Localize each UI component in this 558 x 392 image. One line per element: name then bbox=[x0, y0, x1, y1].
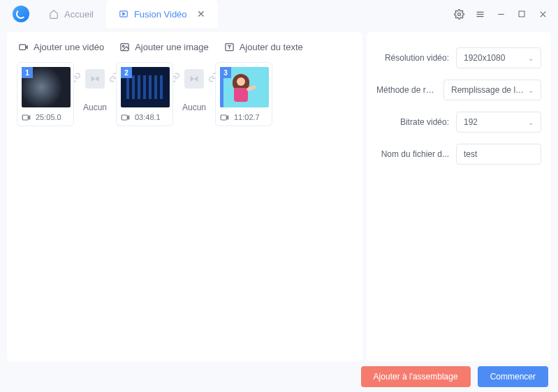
settings-button[interactable] bbox=[449, 4, 469, 24]
tab-merge[interactable]: Fusion Vidéo ✕ bbox=[106, 0, 218, 28]
chevron-down-icon: ⌄ bbox=[528, 119, 534, 126]
merge-icon bbox=[119, 9, 129, 19]
add-text-label: Ajouter du texte bbox=[240, 42, 303, 52]
text-add-icon bbox=[224, 42, 235, 52]
clip-index-badge: 3 bbox=[220, 67, 231, 78]
tab-merge-label: Fusion Vidéo bbox=[134, 9, 187, 20]
add-image-button[interactable]: Ajouter une image bbox=[119, 42, 209, 52]
resolution-label: Résolution vidéo: bbox=[376, 53, 449, 63]
close-icon[interactable]: ✕ bbox=[197, 8, 205, 20]
svg-point-11 bbox=[123, 45, 125, 47]
fill-label: Méthode de rem... bbox=[376, 85, 436, 95]
tab-strip: Accueil Fusion Vidéo ✕ bbox=[36, 0, 449, 28]
setting-fill: Méthode de rem... Remplissage de la bord… bbox=[376, 80, 541, 100]
left-panel: Ajouter une vidéo Ajouter une image Ajou… bbox=[7, 32, 362, 361]
titlebar: Accueil Fusion Vidéo ✕ bbox=[0, 0, 558, 28]
gear-icon bbox=[454, 9, 464, 20]
bitrate-label: Bitrate vidéo: bbox=[376, 117, 449, 127]
clip-duration: 25:05.0 bbox=[36, 113, 61, 121]
clip-thumbnail: 3 bbox=[220, 67, 269, 107]
fill-select[interactable]: Remplissage de la bord ⌄ bbox=[443, 80, 541, 100]
setting-filename: Nom du fichier d... test bbox=[376, 144, 541, 165]
resolution-value: 1920x1080 bbox=[464, 53, 505, 63]
add-video-button[interactable]: Ajouter une vidéo bbox=[18, 42, 104, 52]
tab-home-label: Accueil bbox=[64, 9, 94, 20]
camera-icon bbox=[220, 114, 230, 121]
clip-index-badge: 1 bbox=[22, 67, 33, 78]
fill-value: Remplissage de la bord bbox=[451, 85, 528, 95]
close-window-button[interactable] bbox=[533, 4, 552, 24]
transition-slot-2: Aucun bbox=[177, 62, 211, 112]
workspace: Ajouter une vidéo Ajouter une image Ajou… bbox=[0, 28, 558, 361]
svg-rect-15 bbox=[221, 115, 226, 120]
setting-bitrate: Bitrate vidéo: 192 ⌄ bbox=[376, 112, 541, 133]
filename-input[interactable]: test bbox=[456, 144, 541, 165]
resolution-select[interactable]: 1920x1080 ⌄ bbox=[456, 47, 541, 68]
clip-duration: 03:48.1 bbox=[135, 113, 161, 121]
tab-home[interactable]: Accueil bbox=[36, 0, 106, 28]
image-add-icon bbox=[119, 42, 130, 52]
maximize-button[interactable] bbox=[512, 4, 531, 24]
svg-rect-6 bbox=[519, 11, 524, 17]
bitrate-value: 192 bbox=[464, 117, 478, 127]
svg-rect-14 bbox=[122, 115, 127, 120]
clip-meta: 03:48.1 bbox=[121, 113, 168, 121]
app-logo bbox=[13, 6, 29, 22]
clip-thumbnail: 2 bbox=[121, 67, 170, 107]
add-text-button[interactable]: Ajouter du texte bbox=[224, 42, 303, 52]
clip-3[interactable]: ✕ 3 11:02.7 bbox=[215, 62, 272, 126]
transition-button[interactable] bbox=[85, 69, 105, 89]
clip-thumbnail: 1 bbox=[22, 67, 71, 107]
footer: Ajouter à l'assemblage Commencer bbox=[0, 361, 558, 392]
transition-icon bbox=[89, 73, 101, 84]
settings-panel: Résolution vidéo: 1920x1080 ⌄ Méthode de… bbox=[367, 32, 551, 361]
clip-1[interactable]: 1 25:05.0 bbox=[17, 62, 74, 126]
transition-label: Aucun bbox=[83, 103, 107, 112]
add-to-assembly-button[interactable]: Ajouter à l'assemblage bbox=[361, 366, 471, 387]
minimize-button[interactable] bbox=[491, 4, 511, 24]
start-button[interactable]: Commencer bbox=[478, 366, 548, 387]
svg-rect-13 bbox=[22, 115, 28, 120]
minimize-icon bbox=[497, 10, 506, 19]
camera-icon bbox=[22, 114, 31, 121]
home-icon bbox=[49, 9, 59, 19]
clip-index-badge: 2 bbox=[121, 67, 132, 78]
video-add-icon bbox=[18, 42, 29, 52]
maximize-icon bbox=[517, 10, 526, 18]
add-image-label: Ajouter une image bbox=[135, 42, 209, 52]
transition-button[interactable] bbox=[184, 69, 204, 89]
transition-slot-1: Aucun bbox=[78, 62, 112, 112]
timeline-stage: 1 25:05.0 bbox=[7, 59, 362, 361]
close-icon bbox=[538, 10, 548, 19]
chevron-down-icon: ⌄ bbox=[528, 86, 534, 94]
clip-duration: 11:02.7 bbox=[234, 113, 260, 121]
setting-resolution: Résolution vidéo: 1920x1080 ⌄ bbox=[376, 47, 541, 68]
camera-icon bbox=[121, 114, 131, 121]
transition-label: Aucun bbox=[182, 103, 206, 112]
window-controls bbox=[449, 4, 552, 24]
chevron-down-icon: ⌄ bbox=[528, 54, 534, 62]
svg-point-1 bbox=[457, 13, 460, 15]
clip-meta: 25:05.0 bbox=[22, 113, 69, 121]
menu-icon bbox=[475, 9, 485, 20]
toolbar: Ajouter une vidéo Ajouter une image Ajou… bbox=[7, 32, 362, 59]
filename-value: test bbox=[464, 149, 477, 159]
transition-icon bbox=[189, 73, 200, 84]
svg-rect-9 bbox=[20, 45, 26, 50]
filename-label: Nom du fichier d... bbox=[376, 149, 449, 159]
clip-meta: 11:02.7 bbox=[220, 113, 267, 121]
menu-button[interactable] bbox=[470, 4, 490, 24]
clip-2[interactable]: 2 03:48.1 bbox=[116, 62, 173, 126]
bitrate-select[interactable]: 192 ⌄ bbox=[456, 112, 541, 133]
add-video-label: Ajouter une vidéo bbox=[34, 42, 104, 52]
